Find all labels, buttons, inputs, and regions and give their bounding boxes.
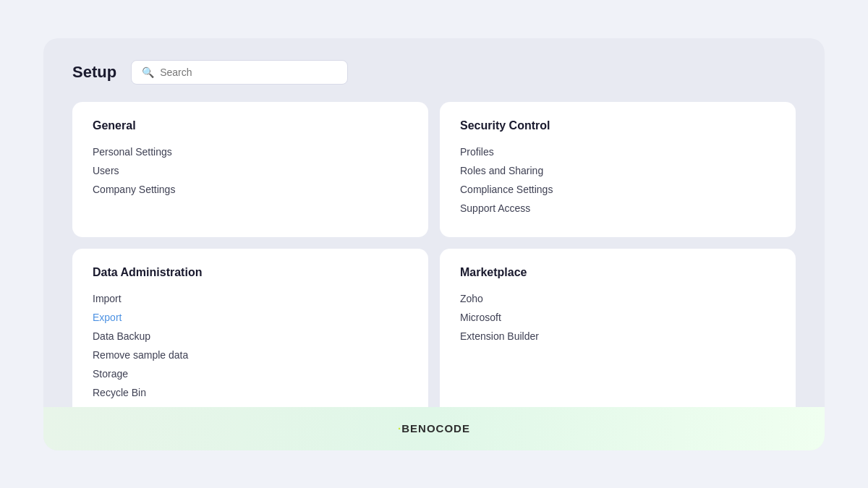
link-storage[interactable]: Storage [93, 364, 408, 383]
footer: ·BENOCODE [43, 407, 825, 450]
card-security-control: Security ControlProfilesRoles and Sharin… [440, 102, 796, 237]
card-title-security-control: Security Control [460, 119, 775, 132]
cards-grid: GeneralPersonal SettingsUsersCompany Set… [72, 102, 796, 421]
link-export[interactable]: Export [93, 308, 408, 327]
link-users[interactable]: Users [93, 161, 408, 180]
link-roles-and-sharing[interactable]: Roles and Sharing [460, 161, 775, 180]
search-icon: 🔍 [142, 67, 154, 78]
card-title-data-administration: Data Administration [93, 266, 408, 279]
card-general: GeneralPersonal SettingsUsersCompany Set… [72, 102, 428, 237]
link-personal-settings[interactable]: Personal Settings [93, 142, 408, 161]
link-extension-builder[interactable]: Extension Builder [460, 327, 775, 346]
link-support-access[interactable]: Support Access [460, 199, 775, 218]
page-title: Setup [72, 63, 116, 82]
link-import[interactable]: Import [93, 289, 408, 308]
card-title-general: General [93, 119, 408, 132]
footer-logo: ·BENOCODE [398, 422, 470, 435]
link-zoho[interactable]: Zoho [460, 289, 775, 308]
search-input[interactable] [160, 67, 337, 78]
card-data-administration: Data AdministrationImportExportData Back… [72, 249, 428, 421]
main-container: Setup 🔍 GeneralPersonal SettingsUsersCom… [43, 38, 825, 450]
link-company-settings[interactable]: Company Settings [93, 180, 408, 199]
link-profiles[interactable]: Profiles [460, 142, 775, 161]
link-compliance-settings[interactable]: Compliance Settings [460, 180, 775, 199]
header: Setup 🔍 [72, 60, 796, 85]
footer-logo-text: BENOCODE [401, 422, 470, 435]
card-marketplace: MarketplaceZohoMicrosoftExtension Builde… [440, 249, 796, 421]
link-remove-sample-data[interactable]: Remove sample data [93, 346, 408, 364]
link-recycle-bin[interactable]: Recycle Bin [93, 383, 408, 402]
card-title-marketplace: Marketplace [460, 266, 775, 279]
link-data-backup[interactable]: Data Backup [93, 327, 408, 346]
link-microsoft[interactable]: Microsoft [460, 308, 775, 327]
search-bar[interactable]: 🔍 [131, 60, 348, 85]
